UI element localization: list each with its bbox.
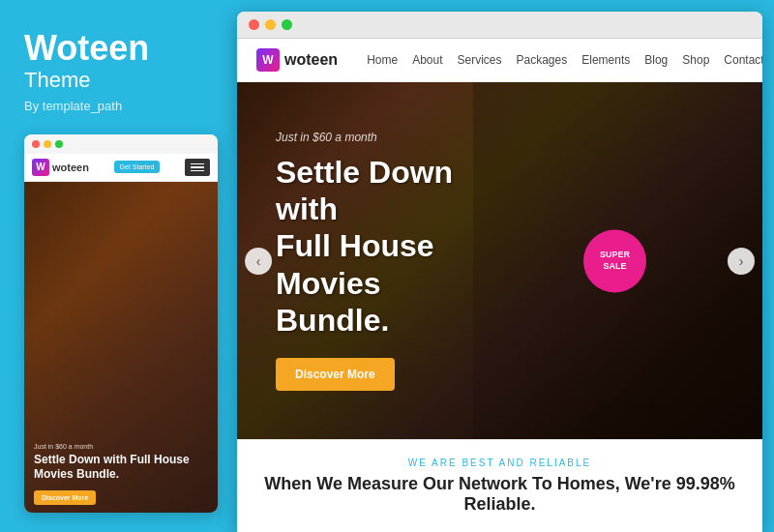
- nav-logo: W woteen: [256, 48, 338, 72]
- hero-cta-button[interactable]: Discover More: [276, 358, 395, 391]
- nav-links: Home About Services Packages Elements Bl…: [367, 53, 762, 67]
- hero-section: Just in $60 a month Settle Down withFull…: [237, 82, 762, 439]
- theme-subtitle: Theme: [24, 68, 218, 93]
- theme-author: By template_path: [24, 99, 218, 113]
- mini-logo: W woteen: [32, 159, 89, 176]
- nav-logo-text: woteen: [284, 51, 338, 69]
- nav-link-about[interactable]: About: [412, 53, 442, 67]
- nav-link-elements[interactable]: Elements: [581, 53, 630, 67]
- browser-window: W woteen Home About Services Packages El…: [237, 12, 762, 532]
- nav-link-home[interactable]: Home: [367, 53, 398, 67]
- badge-line2: SALE: [603, 261, 626, 273]
- mini-hero-title: Settle Down with Full House Movies Bundl…: [34, 453, 208, 483]
- hero-title: Settle Down withFull House MoviesBundle.: [276, 154, 477, 340]
- hero-text-block: Just in $60 a month Settle Down withFull…: [276, 131, 477, 392]
- main-navbar: W woteen Home About Services Packages El…: [237, 39, 762, 82]
- browser-content: W woteen Home About Services Packages El…: [237, 39, 762, 532]
- mini-cta-button[interactable]: Get Started: [114, 161, 161, 173]
- super-sale-badge: SUPER SALE: [583, 229, 646, 292]
- theme-title: Woteen: [24, 29, 218, 68]
- below-hero-title: When We Measure Our Network To Homes, We…: [256, 474, 743, 515]
- hero-prev-arrow[interactable]: ‹: [245, 248, 272, 275]
- mini-hamburger-menu[interactable]: [185, 159, 210, 177]
- browser-chrome: [237, 12, 762, 39]
- left-panel: Woteen Theme By template_path W woteen G…: [0, 0, 237, 532]
- mini-dot-green: [55, 140, 63, 148]
- traffic-light-green: [282, 19, 292, 30]
- mini-dot-yellow: [44, 140, 51, 148]
- nav-link-contact[interactable]: Contact: [724, 53, 762, 67]
- nav-link-shop[interactable]: Shop: [682, 53, 709, 67]
- below-hero-tag: WE ARE BEST AND RELIABLE: [256, 458, 743, 468]
- mini-logo-icon: W: [32, 159, 49, 176]
- mini-traffic-lights: [24, 134, 218, 154]
- nav-link-services[interactable]: Services: [458, 53, 502, 67]
- below-hero-section: WE ARE BEST AND RELIABLE When We Measure…: [237, 439, 762, 532]
- mini-discover-button[interactable]: Discover More: [34, 490, 96, 505]
- badge-line1: SUPER: [600, 250, 630, 261]
- mini-hero: Just in $60 a month Settle Down with Ful…: [24, 182, 218, 513]
- mini-hero-sub: Just in $60 a month: [34, 443, 208, 450]
- traffic-light-red: [249, 19, 259, 30]
- nav-logo-icon: W: [256, 48, 280, 72]
- mini-dot-red: [32, 140, 40, 148]
- mini-preview-card: W woteen Get Started Just in $60 a month…: [24, 134, 218, 513]
- hero-subtext: Just in $60 a month: [276, 131, 477, 144]
- traffic-light-yellow: [265, 19, 276, 30]
- mini-nav: W woteen Get Started: [24, 154, 218, 183]
- nav-link-blog[interactable]: Blog: [644, 53, 668, 67]
- nav-link-packages[interactable]: Packages: [517, 53, 568, 67]
- hero-next-arrow[interactable]: ›: [728, 248, 755, 275]
- mini-logo-text: woteen: [52, 162, 89, 173]
